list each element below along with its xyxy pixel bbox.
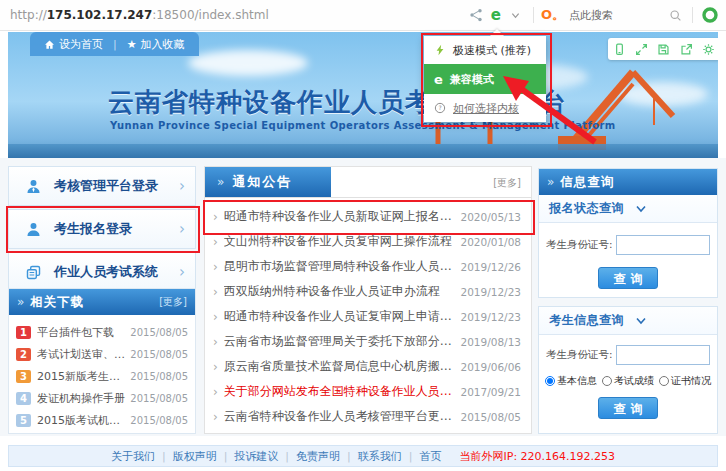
cloud-decoration <box>188 50 308 76</box>
fullscreen-icon[interactable] <box>633 40 651 58</box>
arrow-icon: › <box>213 360 218 374</box>
menu-item-speed-mode[interactable]: 极速模式 (推荐) <box>424 36 546 64</box>
chevron-right-icon: › <box>179 177 185 195</box>
download-item[interactable]: 1平台插件包下载2015/08/05 <box>9 321 195 343</box>
notice-item[interactable]: ›云南省市场监督管理局关于委托下放部分行政许可...2019/08/13 <box>205 329 531 354</box>
user-tie-icon <box>25 178 42 195</box>
site-banner: 设为首页 | ★ 加入收藏 云南省特种设备作业人员考核管理平台 Yunnan P… <box>8 32 718 158</box>
download-item[interactable]: 32015新版考生操作...2015/08/05 <box>9 365 195 387</box>
exam-system-icon <box>25 264 42 281</box>
star-icon: ★ <box>127 38 137 51</box>
candidate-info-query-panel: 考生信息查询 考生身份证号: 基本信息 考试成绩 证书情况 查询 <box>538 306 718 434</box>
water-decoration <box>8 144 718 158</box>
chevron-right-icon: › <box>179 263 185 281</box>
search-engine-logo: O。 <box>541 6 565 24</box>
notice-item[interactable]: ›云南省特种设备作业人员考核管理平台更新至20...2015/08/05 <box>205 404 531 429</box>
footer-link-disclaimer[interactable]: 免责声明 <box>296 449 340 464</box>
save-icon[interactable] <box>655 40 673 58</box>
double-arrow-icon: » <box>547 175 554 189</box>
double-arrow-icon: » <box>217 175 224 189</box>
divider <box>533 7 534 23</box>
divider: | <box>224 450 228 463</box>
arrow-icon: › <box>213 285 218 299</box>
divider: | <box>285 450 289 463</box>
notices-more-link[interactable]: [更多] <box>493 176 521 190</box>
info-query-panel: » 信息查询 报名状态查询 考生身份证号: 查询 <box>538 168 718 298</box>
login-card-candidate[interactable]: 考生报名登录 › <box>8 209 196 249</box>
external-ip-text: 当前外网IP: 220.164.192.253 <box>460 449 616 464</box>
chevron-down-icon <box>636 205 646 213</box>
candidate-id-input[interactable] <box>616 235 710 255</box>
notice-item[interactable]: ›文山州特种设备作业人员复审网上操作流程2020/01/08 <box>205 229 531 254</box>
arrow-icon: › <box>213 410 218 424</box>
footer-link-about[interactable]: 关于我们 <box>111 449 155 464</box>
svg-text:?: ? <box>438 104 441 111</box>
add-favorite-link[interactable]: ★ 加入收藏 <box>127 37 185 52</box>
divider <box>692 7 693 23</box>
notice-item[interactable]: › 昭通市特种设备作业人员新取证网上报名流程NEW 2020/05/13 <box>205 204 531 229</box>
footer-link-complaints[interactable]: 投诉建议 <box>234 449 278 464</box>
set-home-link[interactable]: 设为首页 <box>44 37 103 52</box>
quick-links-bar: 设为首页 | ★ 加入收藏 <box>30 32 199 56</box>
login-card-exam-system[interactable]: 作业人员考试系统 › <box>8 252 196 292</box>
home-icon <box>44 39 55 50</box>
download-item[interactable]: 52015版考试机构操...2015/08/05 <box>9 409 195 431</box>
gear-icon[interactable] <box>700 40 718 58</box>
radio-basic-info[interactable]: 基本信息 <box>545 374 597 388</box>
search-input[interactable]: 点此搜索 <box>569 8 665 23</box>
download-item[interactable]: 2考试计划送审、审核 ...2015/08/05 <box>9 343 195 365</box>
candidate-info-section-toggle[interactable]: 考生信息查询 <box>539 307 717 335</box>
candidate-id-label: 考生身份证号: <box>546 238 613 252</box>
arrow-icon: › <box>213 235 218 249</box>
registration-status-section-toggle[interactable]: 报名状态查询 <box>539 195 717 223</box>
footer-link-contact[interactable]: 联系我们 <box>358 449 402 464</box>
notice-item[interactable]: ›西双版纳州特种设备作业人员证申办流程2019/12/23 <box>205 279 531 304</box>
query-button[interactable]: 查询 <box>598 397 658 419</box>
notices-header: » 通知公告 [更多] <box>205 167 531 198</box>
chevron-down-icon <box>636 317 646 325</box>
browser-address-bar: http://175.102.17.247:18500/index.shtml … <box>0 0 726 31</box>
kernel-mode-menu: 极速模式 (推荐) e 兼容模式 ? 如何选择内核 <box>424 36 546 122</box>
notices-tab[interactable]: » 通知公告 <box>205 167 331 197</box>
radio-certificate[interactable]: 证书情况 <box>659 374 711 388</box>
arrow-icon: › <box>213 260 218 274</box>
divider: | <box>409 450 413 463</box>
page: http://175.102.17.247:18500/index.shtml … <box>0 0 726 471</box>
search-icon[interactable] <box>665 5 685 25</box>
candidate-id-input[interactable] <box>616 345 710 365</box>
downloads-more-link[interactable]: [更多] <box>159 295 187 309</box>
notices-panel: » 通知公告 [更多] › 昭通市特种设备作业人员新取证网上报名流程NEW 20… <box>204 166 532 434</box>
ie-icon: e <box>434 73 443 86</box>
downloads-header: » 相关下载 [更多] <box>9 289 195 315</box>
browser-logo-icon[interactable] <box>700 5 720 25</box>
download-item[interactable]: 4发证机构操作手册2015/08/05 <box>9 387 195 409</box>
query-button[interactable]: 查询 <box>598 267 658 289</box>
divider: | <box>113 38 117 51</box>
lightning-icon <box>434 44 446 56</box>
menu-item-compat-mode[interactable]: e 兼容模式 <box>424 64 546 94</box>
notice-item[interactable]: ›昆明市市场监督管理局特种设备作业人员复审流程...2019/12/26 <box>205 254 531 279</box>
menu-item-kernel-help[interactable]: ? 如何选择内核 <box>424 94 546 122</box>
footer: 关于我们 | 版权声明 | 投诉建议 | 免责声明 | 联系我们 | 首页 当前… <box>8 445 718 467</box>
chevron-down-icon[interactable] <box>506 5 526 25</box>
share-icon[interactable] <box>466 5 486 25</box>
radio-exam-score[interactable]: 考试成绩 <box>602 374 654 388</box>
page-tools-toolbar <box>608 38 718 60</box>
notice-item[interactable]: ›原云南省质量技术监督局信息中心机房搬迁公告2019/06/06 <box>205 354 531 379</box>
mobile-qr-icon[interactable] <box>610 40 628 58</box>
share-page-icon[interactable] <box>677 40 695 58</box>
downloads-panel: » 相关下载 [更多] 1平台插件包下载2015/08/05 2考试计划送审、审… <box>8 288 196 434</box>
url-text[interactable]: http://175.102.17.247:18500/index.shtml <box>10 8 269 22</box>
arrow-icon: › <box>213 385 218 399</box>
notice-item[interactable]: ›昭通市特种设备作业人员证复审网上申请流程及相...2019/12/23 <box>205 304 531 329</box>
browser-kernel-icon[interactable]: e <box>486 5 506 25</box>
footer-link-home[interactable]: 首页 <box>420 449 442 464</box>
divider: | <box>162 450 166 463</box>
query-type-radios: 基本信息 考试成绩 证书情况 <box>539 374 717 388</box>
notice-item[interactable]: ›关于部分网站发布全国特种设备作业人员不实信息...2017/09/21 <box>205 379 531 404</box>
candidate-id-label: 考生身份证号: <box>546 348 613 362</box>
chevron-right-icon: › <box>179 220 185 238</box>
user-icon <box>25 221 42 238</box>
footer-link-copyright[interactable]: 版权声明 <box>173 449 217 464</box>
login-card-admin[interactable]: 考核管理平台登录 › <box>8 166 196 206</box>
